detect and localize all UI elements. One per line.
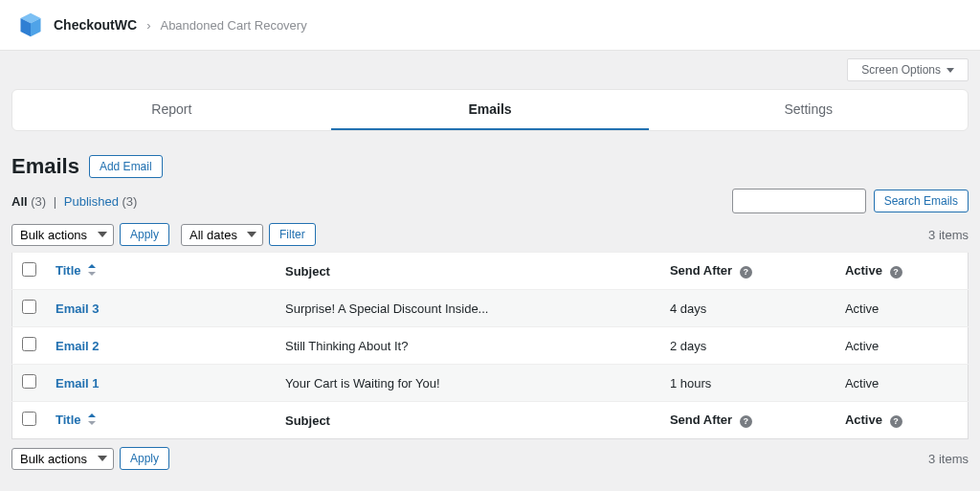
help-icon[interactable]: ?	[890, 415, 902, 428]
bulk-actions-group-bottom: Bulk actions Apply	[11, 447, 169, 470]
col-subject-footer: Subject	[276, 402, 660, 439]
screen-options-row: Screen Options	[0, 51, 980, 81]
filter-button[interactable]: Filter	[269, 223, 316, 246]
row-checkbox[interactable]	[22, 300, 36, 314]
table-row: Email 1 Your Cart is Waiting for You! 1 …	[12, 365, 969, 402]
select-all-checkbox-bottom[interactable]	[22, 412, 36, 426]
tab-settings[interactable]: Settings	[649, 90, 968, 130]
filter-row-top: Bulk actions Apply All dates Filter 3 it…	[0, 223, 980, 252]
col-title-label: Title	[56, 413, 81, 427]
chevron-right-icon: ›	[146, 18, 150, 33]
row-title-link[interactable]: Email 2	[56, 339, 100, 353]
table-footer-row: Title Subject Send After ? Active ?	[12, 402, 969, 439]
table-header-row: Title Subject Send After ? Active ?	[12, 253, 969, 290]
sort-icon	[88, 264, 96, 279]
col-title-label: Title	[56, 263, 81, 278]
col-active-label: Active	[845, 413, 882, 427]
select-all-checkbox-top[interactable]	[22, 262, 36, 277]
row-active: Active	[835, 290, 969, 327]
tabs: Report Emails Settings	[11, 89, 969, 131]
col-active-header: Active ?	[835, 253, 969, 290]
col-subject-header: Subject	[276, 253, 660, 290]
col-active-label: Active	[845, 263, 882, 278]
row-checkbox[interactable]	[22, 374, 36, 389]
status-separator: |	[50, 194, 60, 209]
status-published-count: (3)	[122, 194, 138, 209]
sort-icon	[88, 413, 96, 428]
row-active: Active	[835, 327, 969, 365]
bulk-actions-select-top[interactable]: Bulk actions	[11, 224, 114, 246]
row-send-after: 4 days	[660, 290, 835, 327]
col-send-after-footer: Send After ?	[660, 402, 835, 439]
items-count-top: 3 items	[928, 228, 969, 242]
bulk-actions-group-top: Bulk actions Apply	[11, 223, 169, 246]
screen-options-button[interactable]: Screen Options	[847, 58, 969, 81]
row-subject: Still Thinking About It?	[276, 327, 660, 365]
add-email-button[interactable]: Add Email	[89, 155, 163, 178]
apply-button-bottom[interactable]: Apply	[120, 447, 169, 470]
row-title-link[interactable]: Email 3	[56, 301, 100, 316]
col-send-after-header: Send After ?	[660, 253, 835, 290]
row-title-link[interactable]: Email 1	[56, 376, 100, 391]
select-all-footer	[12, 402, 47, 439]
search-input[interactable]	[732, 189, 866, 213]
row-checkbox[interactable]	[22, 337, 36, 351]
help-icon[interactable]: ?	[740, 415, 752, 428]
apply-button-top[interactable]: Apply	[120, 223, 169, 246]
top-bar: CheckoutWC › Abandoned Cart Recovery	[0, 0, 980, 51]
emails-table: Title Subject Send After ? Active ? Emai…	[11, 252, 969, 439]
col-title-header[interactable]: Title	[46, 253, 276, 290]
row-subject: Surprise! A Special Discount Inside...	[276, 290, 660, 327]
table-row: Email 3 Surprise! A Special Discount Ins…	[12, 290, 969, 327]
col-send-after-label: Send After	[670, 263, 732, 278]
tab-report[interactable]: Report	[12, 90, 331, 130]
status-published[interactable]: Published	[64, 194, 119, 209]
col-active-footer: Active ?	[835, 402, 969, 439]
tab-emails[interactable]: Emails	[331, 90, 650, 130]
row-send-after: 1 hours	[660, 365, 835, 402]
dates-select[interactable]: All dates	[181, 224, 263, 246]
status-filters: All (3) | Published (3)	[11, 194, 137, 209]
filter-row-bottom: Bulk actions Apply 3 items	[0, 439, 980, 485]
logo-icon	[17, 11, 44, 38]
row-active: Active	[835, 365, 969, 402]
breadcrumb-current: Abandoned Cart Recovery	[160, 18, 306, 33]
status-search-row: All (3) | Published (3) Search Emails	[0, 189, 980, 223]
caret-down-icon	[947, 68, 954, 73]
search-group: Search Emails	[732, 189, 969, 213]
search-emails-button[interactable]: Search Emails	[874, 190, 969, 212]
help-icon[interactable]: ?	[890, 266, 902, 279]
select-all-header	[12, 253, 47, 290]
bulk-actions-select-bottom[interactable]: Bulk actions	[11, 448, 114, 470]
items-count-bottom: 3 items	[928, 452, 969, 466]
col-title-footer[interactable]: Title	[46, 402, 276, 439]
help-icon[interactable]: ?	[740, 266, 752, 279]
row-send-after: 2 days	[660, 327, 835, 365]
status-all[interactable]: All	[11, 194, 28, 209]
status-all-count: (3)	[31, 194, 46, 209]
table-row: Email 2 Still Thinking About It? 2 days …	[12, 327, 969, 365]
filter-left: Bulk actions Apply All dates Filter	[11, 223, 316, 246]
page-title: Emails	[11, 154, 79, 179]
screen-options-label: Screen Options	[861, 63, 941, 77]
brand-name[interactable]: CheckoutWC	[54, 17, 137, 33]
dates-filter-group: All dates Filter	[181, 223, 316, 246]
col-send-after-label: Send After	[670, 413, 732, 427]
page-header: Emails Add Email	[0, 131, 980, 189]
row-subject: Your Cart is Waiting for You!	[276, 365, 660, 402]
